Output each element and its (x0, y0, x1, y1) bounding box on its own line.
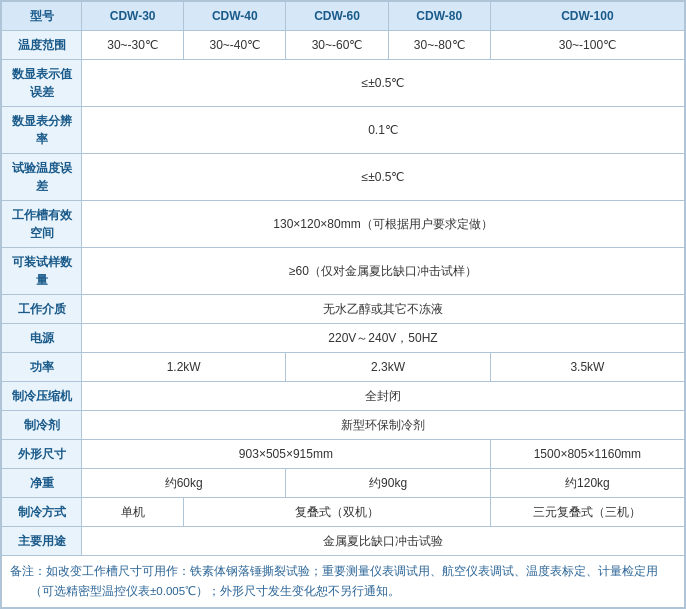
note-row: 备注：如改变工作槽尺寸可用作：铁素体钢落锤撕裂试验；重要测量仪表调试用、航空仪表… (2, 556, 685, 608)
row-label-compressor: 制冷压缩机 (2, 382, 82, 411)
table-row: 净重 约60kg 约90kg 约120kg (2, 469, 685, 498)
table-header-row: 型号 CDW-30 CDW-40 CDW-60 CDW-80 CDW-100 (2, 2, 685, 31)
header-cdw60: CDW-60 (286, 2, 388, 31)
spec-table: 型号 CDW-30 CDW-40 CDW-60 CDW-80 CDW-100 温… (0, 0, 686, 609)
row-label-resolution: 数显表分辨率 (2, 107, 82, 154)
cell-display-error: ≤±0.5℃ (82, 60, 685, 107)
table-row: 制冷方式 单机 复叠式（双机） 三元复叠式（三机） (2, 498, 685, 527)
cell-cooling-2: 复叠式（双机） (184, 498, 491, 527)
table-row: 数显表分辨率 0.1℃ (2, 107, 685, 154)
cell-cooling-1: 单机 (82, 498, 184, 527)
cell-cdw100-temp: 30~-100℃ (490, 31, 684, 60)
row-label-workspace: 工作槽有效空间 (2, 201, 82, 248)
table-row: 温度范围 30~-30℃ 30~-40℃ 30~-60℃ 30~-80℃ 30~… (2, 31, 685, 60)
row-label-power: 电源 (2, 324, 82, 353)
table-row: 电源 220V～240V，50HZ (2, 324, 685, 353)
note-text: 备注：如改变工作槽尺寸可用作：铁素体钢落锤撕裂试验；重要测量仪表调试用、航空仪表… (2, 556, 685, 608)
row-label-wattage: 功率 (2, 353, 82, 382)
cell-dimensions-1: 903×505×915mm (82, 440, 491, 469)
cell-cdw30-temp: 30~-30℃ (82, 31, 184, 60)
header-model: 型号 (2, 2, 82, 31)
table-row: 可装试样数量 ≥60（仅对金属夏比缺口冲击试样） (2, 248, 685, 295)
table-row: 工作介质 无水乙醇或其它不冻液 (2, 295, 685, 324)
row-label-medium: 工作介质 (2, 295, 82, 324)
cell-compressor: 全封闭 (82, 382, 685, 411)
cell-wattage-2: 2.3kW (286, 353, 490, 382)
cell-cdw40-temp: 30~-40℃ (184, 31, 286, 60)
cell-workspace: 130×120×80mm（可根据用户要求定做） (82, 201, 685, 248)
table-row: 工作槽有效空间 130×120×80mm（可根据用户要求定做） (2, 201, 685, 248)
cell-cooling-3: 三元复叠式（三机） (490, 498, 684, 527)
row-label-sample-count: 可装试样数量 (2, 248, 82, 295)
cell-medium: 无水乙醇或其它不冻液 (82, 295, 685, 324)
header-cdw40: CDW-40 (184, 2, 286, 31)
cell-weight-1: 约60kg (82, 469, 286, 498)
cell-cdw80-temp: 30~-80℃ (388, 31, 490, 60)
table-row: 外形尺寸 903×505×915mm 1500×805×1160mm (2, 440, 685, 469)
header-cdw30: CDW-30 (82, 2, 184, 31)
table-row: 主要用途 金属夏比缺口冲击试验 (2, 527, 685, 556)
cell-power: 220V～240V，50HZ (82, 324, 685, 353)
cell-cdw60-temp: 30~-60℃ (286, 31, 388, 60)
cell-dimensions-2: 1500×805×1160mm (490, 440, 684, 469)
cell-main-use: 金属夏比缺口冲击试验 (82, 527, 685, 556)
cell-wattage-1: 1.2kW (82, 353, 286, 382)
cell-test-error: ≤±0.5℃ (82, 154, 685, 201)
row-label-cooling-method: 制冷方式 (2, 498, 82, 527)
cell-sample-count: ≥60（仅对金属夏比缺口冲击试样） (82, 248, 685, 295)
row-label-main-use: 主要用途 (2, 527, 82, 556)
row-label-temp-range: 温度范围 (2, 31, 82, 60)
row-label-test-error: 试验温度误差 (2, 154, 82, 201)
table-row: 数显表示值误差 ≤±0.5℃ (2, 60, 685, 107)
row-label-refrigerant: 制冷剂 (2, 411, 82, 440)
header-cdw100: CDW-100 (490, 2, 684, 31)
header-cdw80: CDW-80 (388, 2, 490, 31)
cell-weight-2: 约90kg (286, 469, 490, 498)
table-row: 功率 1.2kW 2.3kW 3.5kW (2, 353, 685, 382)
note-line1: 备注：如改变工作槽尺寸可用作：铁素体钢落锤撕裂试验；重要测量仪表调试用、航空仪表… (10, 565, 658, 577)
note-line2: （可选精密型温控仪表±0.005℃）；外形尺寸发生变化恕不另行通知。 (10, 585, 400, 597)
row-label-display-error: 数显表示值误差 (2, 60, 82, 107)
cell-refrigerant: 新型环保制冷剂 (82, 411, 685, 440)
cell-weight-3: 约120kg (490, 469, 684, 498)
table-row: 制冷剂 新型环保制冷剂 (2, 411, 685, 440)
table-row: 制冷压缩机 全封闭 (2, 382, 685, 411)
cell-wattage-3: 3.5kW (490, 353, 684, 382)
row-label-dimensions: 外形尺寸 (2, 440, 82, 469)
table-row: 试验温度误差 ≤±0.5℃ (2, 154, 685, 201)
row-label-weight: 净重 (2, 469, 82, 498)
cell-resolution: 0.1℃ (82, 107, 685, 154)
